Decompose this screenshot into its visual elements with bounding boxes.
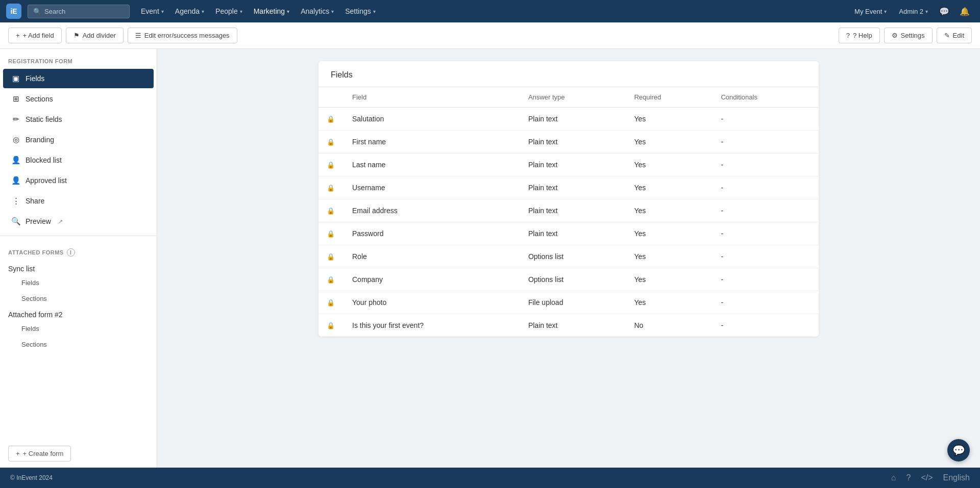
- sidebar-registration-form-title: REGISTRATION FORM: [0, 49, 157, 68]
- field-cell: Role: [344, 245, 520, 268]
- field-cell: Username: [344, 176, 520, 199]
- nav-analytics[interactable]: Analytics ▾: [296, 4, 339, 18]
- lock-cell: 🔒: [318, 291, 344, 314]
- sync-list-group[interactable]: Sync list: [0, 261, 157, 275]
- home-icon[interactable]: ⌂: [891, 473, 896, 482]
- attached-forms-header: ATTACHED FORMS i: [0, 240, 157, 261]
- table-row[interactable]: 🔒 Is this your first event? Plain text N…: [318, 314, 819, 337]
- lock-cell: 🔒: [318, 199, 344, 222]
- sidebar: REGISTRATION FORM ▣ Fields ⊞ Sections ✏ …: [0, 49, 157, 468]
- required-cell: Yes: [626, 176, 713, 199]
- required-cell: Yes: [626, 222, 713, 245]
- edit-messages-button[interactable]: ☰ Edit error/success messages: [128, 28, 237, 43]
- preview-icon: 🔍: [11, 217, 20, 226]
- conditionals-cell: -: [713, 268, 819, 291]
- lock-icon: 🔒: [327, 138, 335, 146]
- field-cell: Salutation: [344, 108, 520, 131]
- add-divider-button[interactable]: ⚑ Add divider: [66, 28, 124, 43]
- table-row[interactable]: 🔒 First name Plain text Yes -: [318, 131, 819, 153]
- chevron-down-icon: ▾: [331, 9, 334, 14]
- table-row[interactable]: 🔒 Username Plain text Yes -: [318, 176, 819, 199]
- app-logo[interactable]: iE: [6, 4, 21, 19]
- required-cell: Yes: [626, 245, 713, 268]
- table-row[interactable]: 🔒 Salutation Plain text Yes -: [318, 108, 819, 131]
- answer-type-cell: Plain text: [520, 176, 626, 199]
- search-box[interactable]: 🔍 Search: [28, 5, 130, 18]
- chat-icon[interactable]: 💬: [935, 4, 953, 19]
- sidebar-item-branding[interactable]: ◎ Branding: [3, 130, 154, 149]
- lock-cell: 🔒: [318, 245, 344, 268]
- sidebar-item-approved-list[interactable]: 👤 Approved list: [3, 171, 154, 190]
- conditionals-cell: -: [713, 245, 819, 268]
- sync-list-sections[interactable]: Sections: [3, 291, 154, 306]
- conditionals-cell: -: [713, 314, 819, 337]
- answer-type-cell: Plain text: [520, 222, 626, 245]
- sidebar-item-blocked-list[interactable]: 👤 Blocked list: [3, 150, 154, 170]
- flag-icon: ⚑: [74, 32, 80, 39]
- chevron-down-icon: ▾: [240, 9, 242, 14]
- conditionals-cell: -: [713, 153, 819, 176]
- edit-button[interactable]: ✎ Edit: [937, 28, 972, 43]
- nav-marketing[interactable]: Marketing ▾: [249, 4, 295, 18]
- col-lock: [318, 87, 344, 108]
- nav-agenda[interactable]: Agenda ▾: [170, 4, 209, 18]
- lock-icon: 🔒: [327, 322, 335, 329]
- nav-my-event[interactable]: My Event ▾: [849, 5, 892, 18]
- sidebar-item-fields[interactable]: ▣ Fields: [3, 69, 154, 88]
- create-form-button[interactable]: + + Create form: [8, 446, 71, 461]
- info-icon[interactable]: i: [67, 248, 75, 256]
- chevron-down-icon: ▾: [161, 9, 164, 14]
- fields-table: Field Answer type Required Conditionals …: [318, 87, 819, 337]
- chat-button[interactable]: 💬: [947, 439, 970, 461]
- add-field-button[interactable]: + + Add field: [8, 28, 62, 43]
- nav-event[interactable]: Event ▾: [136, 4, 169, 18]
- table-row[interactable]: 🔒 Email address Plain text Yes -: [318, 199, 819, 222]
- field-cell: Last name: [344, 153, 520, 176]
- lock-icon: 🔒: [327, 161, 335, 169]
- conditionals-cell: -: [713, 131, 819, 153]
- answer-type-cell: Plain text: [520, 199, 626, 222]
- col-required-header: Required: [626, 87, 713, 108]
- attached-form-2-group[interactable]: Attached form #2: [0, 306, 157, 321]
- sidebar-item-static-fields[interactable]: ✏ Static fields: [3, 110, 154, 129]
- attached-form-2-fields[interactable]: Fields: [3, 321, 154, 336]
- search-icon: 🔍: [33, 8, 41, 15]
- bell-icon[interactable]: 🔔: [955, 4, 974, 19]
- top-navigation: iE 🔍 Search Event ▾ Agenda ▾ People ▾ Ma…: [0, 0, 980, 22]
- table-row[interactable]: 🔒 Company Options list Yes -: [318, 268, 819, 291]
- list-icon: ☰: [135, 32, 141, 39]
- lock-icon: 🔒: [327, 115, 335, 123]
- code-icon[interactable]: </>: [921, 473, 933, 482]
- field-cell: Email address: [344, 199, 520, 222]
- lock-cell: 🔒: [318, 131, 344, 153]
- nav-settings[interactable]: Settings ▾: [340, 4, 381, 18]
- answer-type-cell: Plain text: [520, 314, 626, 337]
- lock-cell: 🔒: [318, 108, 344, 131]
- field-cell: Password: [344, 222, 520, 245]
- sync-list-fields[interactable]: Fields: [3, 275, 154, 290]
- nav-admin[interactable]: Admin 2 ▾: [894, 5, 933, 18]
- fields-card: Fields Field Answer type Required Condit…: [318, 61, 819, 337]
- bottom-bar: © InEvent 2024 ⌂ ? </> English: [0, 468, 980, 488]
- share-icon: ⋮: [11, 196, 20, 206]
- search-placeholder: Search: [44, 8, 65, 15]
- help-button[interactable]: ? ? Help: [839, 28, 880, 43]
- nav-people[interactable]: People ▾: [210, 4, 248, 18]
- table-row[interactable]: 🔒 Role Options list Yes -: [318, 245, 819, 268]
- sidebar-item-preview[interactable]: 🔍 Preview ↗: [3, 212, 154, 231]
- table-row[interactable]: 🔒 Password Plain text Yes -: [318, 222, 819, 245]
- sidebar-item-sections[interactable]: ⊞ Sections: [3, 89, 154, 109]
- required-cell: Yes: [626, 291, 713, 314]
- answer-type-cell: File upload: [520, 291, 626, 314]
- required-cell: Yes: [626, 153, 713, 176]
- table-row[interactable]: 🔒 Last name Plain text Yes -: [318, 153, 819, 176]
- answer-type-cell: Plain text: [520, 153, 626, 176]
- question-icon[interactable]: ?: [906, 473, 911, 482]
- settings-button[interactable]: ⚙ Settings: [884, 28, 933, 43]
- table-row[interactable]: 🔒 Your photo File upload Yes -: [318, 291, 819, 314]
- plus-icon: +: [16, 450, 20, 457]
- sidebar-item-share[interactable]: ⋮ Share: [3, 191, 154, 211]
- attached-form-2-sections[interactable]: Sections: [3, 337, 154, 352]
- language-label[interactable]: English: [943, 473, 970, 482]
- conditionals-cell: -: [713, 291, 819, 314]
